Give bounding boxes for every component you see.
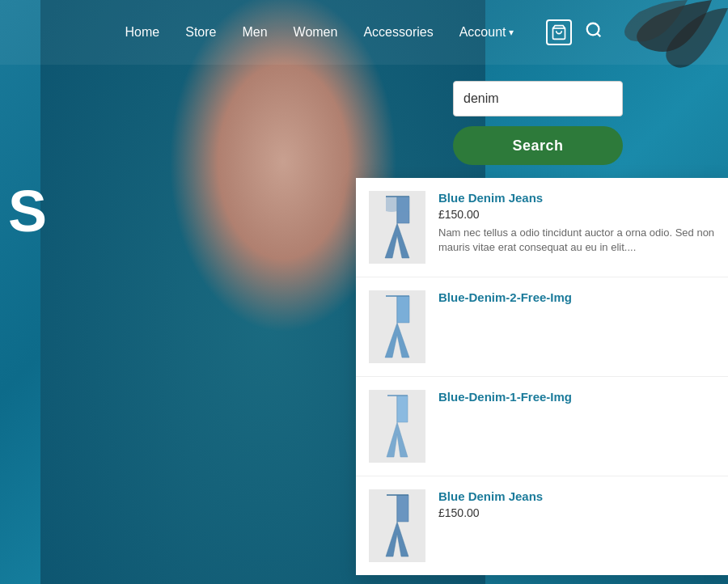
list-item[interactable]: Blue-Denim-2-Free-Img (356, 277, 728, 377)
nav-link-home[interactable]: Home (125, 25, 160, 40)
product-info: Blue-Denim-2-Free-Img (438, 290, 715, 307)
nav-link-women[interactable]: Women (294, 25, 338, 40)
cart-button[interactable] (546, 19, 572, 45)
nav-link-accessories[interactable]: Accessories (363, 25, 433, 40)
hero-text: S (8, 178, 45, 244)
product-info: Blue-Denim-1-Free-Img (438, 390, 715, 407)
product-info: Blue Denim Jeans £150.00 Nam nec tellus … (438, 191, 715, 255)
product-title: Blue-Denim-2-Free-Img (438, 290, 715, 304)
nav-link-men[interactable]: Men (242, 25, 267, 40)
product-title: Blue Denim Jeans (438, 489, 715, 503)
product-image (369, 191, 425, 264)
product-price: £150.00 (438, 506, 715, 519)
nav-account-label: Account (459, 25, 506, 40)
product-image (369, 390, 425, 463)
search-area: Search (453, 81, 623, 165)
search-button[interactable]: Search (453, 126, 623, 165)
search-icon[interactable] (585, 21, 603, 44)
list-item[interactable]: Blue Denim Jeans £150.00 Nam nec tellus … (356, 178, 728, 277)
svg-point-1 (587, 23, 599, 36)
nav-link-store[interactable]: Store (185, 25, 216, 40)
product-info: Blue Denim Jeans £150.00 (438, 489, 715, 524)
product-title: Blue Denim Jeans (438, 191, 715, 205)
product-image (369, 489, 425, 562)
cart-icon (546, 19, 572, 45)
chevron-down-icon: ▾ (509, 27, 514, 38)
svg-line-2 (598, 33, 601, 36)
product-description: Nam nec tellus a odio tincidunt auctor a… (438, 226, 715, 255)
list-item[interactable]: Blue-Denim-1-Free-Img (356, 377, 728, 476)
product-image (369, 290, 425, 363)
product-price: £150.00 (438, 208, 715, 221)
search-input[interactable] (453, 81, 623, 116)
nav-account-dropdown[interactable]: Account ▾ (459, 25, 514, 40)
product-title: Blue-Denim-1-Free-Img (438, 390, 715, 404)
list-item[interactable]: Blue Denim Jeans £150.00 (356, 476, 728, 575)
navbar: Home Store Men Women Accessories Account… (0, 0, 728, 65)
search-results-dropdown: Blue Denim Jeans £150.00 Nam nec tellus … (356, 178, 728, 575)
